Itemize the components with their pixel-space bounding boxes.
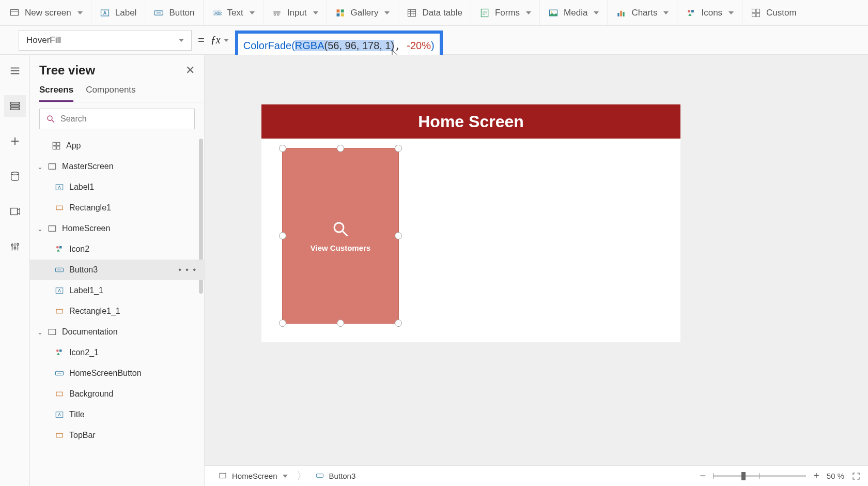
resize-handle-s[interactable] xyxy=(337,320,344,327)
collapse-icon[interactable]: ⌄ xyxy=(35,328,44,336)
screen-header[interactable]: Home Screen xyxy=(261,104,680,139)
insert-rail-button[interactable] xyxy=(4,130,26,152)
breadcrumb-control[interactable]: Button3 xyxy=(309,469,363,483)
tree-node-rectangle1-1[interactable]: Rectangle1_1 xyxy=(30,301,204,322)
rectangle-icon xyxy=(54,306,65,317)
forms-menu[interactable]: Forms xyxy=(471,0,540,25)
tree-node-documentation[interactable]: ⌄ Documentation xyxy=(30,322,204,342)
tree-node-label1-1[interactable]: Label1_1 xyxy=(30,280,204,301)
tree-node-homescreen[interactable]: ⌄ HomeScreen xyxy=(30,218,204,239)
resize-handle-ne[interactable] xyxy=(395,145,402,152)
resize-handle-w[interactable] xyxy=(279,232,286,239)
icons-icon xyxy=(54,244,65,255)
tree-node-app[interactable]: App xyxy=(30,135,204,156)
svg-point-10 xyxy=(277,13,279,15)
resize-handle-n[interactable] xyxy=(337,145,344,152)
button-label: View Customers xyxy=(311,244,370,252)
breadcrumb-screen-label: HomeScreen xyxy=(232,472,277,480)
tree-node-label: Icon2_1 xyxy=(69,348,99,357)
tree-node-topbar[interactable]: TopBar xyxy=(30,425,204,446)
app-screen-preview[interactable]: Home Screen View Customers xyxy=(261,104,680,342)
tab-components[interactable]: Components xyxy=(86,85,135,102)
data-rail-button[interactable] xyxy=(4,165,26,187)
input-menu-label: Input xyxy=(287,8,307,18)
label-control-button[interactable]: Label xyxy=(91,0,146,25)
input-icon xyxy=(272,8,282,18)
zoom-slider-thumb[interactable] xyxy=(741,472,746,480)
tree-node-label: Label1 xyxy=(69,183,94,192)
formula-text[interactable]: ColorFade(RGBA(56, 96, 178, 1), -20%) xyxy=(243,39,435,52)
input-menu[interactable]: Input xyxy=(264,0,327,25)
fx-label[interactable]: ƒx xyxy=(211,34,229,46)
more-options-button[interactable]: • • • xyxy=(178,265,197,275)
selected-button-control[interactable]: View Customers xyxy=(282,148,399,324)
resize-handle-e[interactable] xyxy=(395,232,402,239)
canvas-area[interactable]: Home Screen View Customers H xyxy=(205,55,868,486)
text-menu[interactable]: Abc Text xyxy=(204,0,264,25)
collapse-icon[interactable]: ⌄ xyxy=(35,163,44,171)
media-menu[interactable]: Media xyxy=(540,0,608,25)
resize-handle-sw[interactable] xyxy=(279,320,286,327)
tree-node-label: Title xyxy=(69,410,85,419)
fit-to-screen-button[interactable] xyxy=(851,472,861,481)
tree-node-icon2-1[interactable]: Icon2_1 xyxy=(30,342,204,363)
media-rail-button[interactable] xyxy=(4,201,26,222)
data-table-button[interactable]: Data table xyxy=(398,0,471,25)
tree-node-rectangle1[interactable]: Rectangle1 xyxy=(30,198,204,218)
svg-rect-69 xyxy=(59,350,62,352)
svg-text:Abc: Abc xyxy=(214,11,222,16)
property-dropdown[interactable]: HoverFill xyxy=(19,30,192,51)
zoom-slider[interactable] xyxy=(713,475,806,477)
tree-node-masterscreen[interactable]: ⌄ MasterScreen xyxy=(30,156,204,177)
icons-menu[interactable]: Icons xyxy=(677,0,742,25)
tree-search-input[interactable] xyxy=(60,114,188,124)
button-icon xyxy=(54,368,65,379)
svg-rect-26 xyxy=(618,13,619,17)
gallery-menu[interactable]: Gallery xyxy=(327,0,399,25)
charts-menu-label: Charts xyxy=(631,8,657,18)
tree-search-box[interactable] xyxy=(39,109,195,129)
zoom-in-button[interactable]: + xyxy=(813,470,819,482)
charts-menu[interactable]: Charts xyxy=(608,0,677,25)
resize-handle-nw[interactable] xyxy=(279,145,286,152)
tree-node-label: Label1_1 xyxy=(69,286,103,295)
zoom-level-label: 50 % xyxy=(827,472,844,480)
zoom-out-button[interactable]: − xyxy=(700,470,706,482)
tree-node-icon2[interactable]: Icon2 xyxy=(30,239,204,260)
close-panel-button[interactable]: ✕ xyxy=(185,64,195,77)
breadcrumb-screen[interactable]: HomeScreen xyxy=(212,469,295,483)
tree-node-button3[interactable]: Button3 • • • xyxy=(30,260,204,280)
custom-menu[interactable]: Custom xyxy=(742,0,805,25)
chevron-down-icon xyxy=(283,475,288,478)
tree-node-background[interactable]: Background xyxy=(30,384,204,404)
svg-point-75 xyxy=(334,223,344,232)
new-screen-label: New screen xyxy=(25,8,71,18)
chevron-down-icon xyxy=(384,11,390,14)
tree-view-rail-button[interactable] xyxy=(4,95,26,117)
chevron-down-icon xyxy=(179,39,184,42)
chevron-down-icon xyxy=(594,11,599,14)
hamburger-button[interactable] xyxy=(4,60,26,82)
tree-node-label: MasterScreen xyxy=(62,162,114,171)
tree-node-label: HomeScreenButton xyxy=(69,369,142,378)
settings-rail-button[interactable] xyxy=(4,236,26,257)
resize-handle-se[interactable] xyxy=(395,320,402,327)
svg-point-51 xyxy=(48,116,52,120)
svg-rect-53 xyxy=(53,142,56,145)
tree-node-label1[interactable]: Label1 xyxy=(30,177,204,198)
svg-rect-31 xyxy=(752,9,756,12)
tab-screens[interactable]: Screens xyxy=(39,85,73,102)
tree-node-title[interactable]: Title xyxy=(30,404,204,425)
tree-node-homescreenbutton[interactable]: HomeScreenButton xyxy=(30,363,204,384)
svg-rect-32 xyxy=(756,9,760,12)
button-control-button[interactable]: Button xyxy=(145,0,203,25)
insert-ribbon: New screen Label Button Abc Text Input G… xyxy=(0,0,868,26)
new-screen-menu[interactable]: New screen xyxy=(1,0,91,25)
label-icon xyxy=(54,181,65,193)
rectangle-icon xyxy=(54,388,65,400)
media-icon xyxy=(548,8,559,18)
tree-list[interactable]: App ⌄ MasterScreen Label1 Rectangle1 ⌄ H… xyxy=(30,135,204,486)
collapse-icon[interactable]: ⌄ xyxy=(35,225,44,233)
tree-node-label: TopBar xyxy=(69,431,96,440)
app-icon xyxy=(51,140,62,151)
